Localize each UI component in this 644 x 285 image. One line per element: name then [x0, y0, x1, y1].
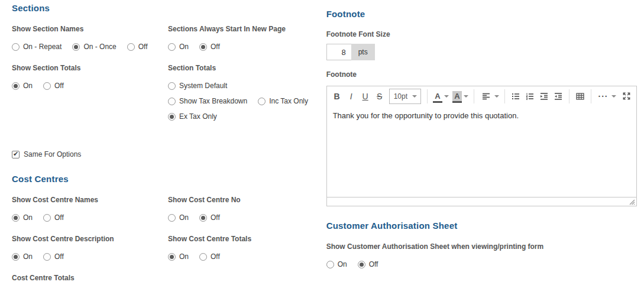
checkbox-label: Same For Options: [24, 150, 81, 158]
indent-icon[interactable]: [538, 89, 551, 103]
radio-selected-icon[interactable]: [168, 113, 176, 121]
radio-option-on-repeat[interactable]: On - Repeat: [12, 43, 62, 51]
radio-option-off[interactable]: Off: [43, 252, 64, 261]
radio-group-sections-always-new-page: OnOff: [168, 43, 325, 51]
bold-button[interactable]: B: [331, 89, 344, 103]
footnote-font-size-input[interactable]: [326, 44, 351, 60]
radio-option-off[interactable]: Off: [199, 213, 220, 222]
radio-icon[interactable]: [43, 82, 51, 90]
radio-icon[interactable]: [326, 261, 334, 268]
radio-icon[interactable]: [168, 43, 176, 51]
radio-option-label: On: [179, 213, 189, 222]
font-size-select[interactable]: 10pt: [389, 89, 421, 104]
cost-centres-grid: Show Cost Centre Names OnOff Show Cost C…: [12, 196, 325, 274]
radio-option-off[interactable]: Off: [199, 252, 220, 261]
font-size-value: 10pt: [394, 92, 407, 101]
more-icon: ···: [597, 89, 610, 103]
radio-group-show-cost-centre-description: OnOff: [12, 252, 166, 261]
radio-option-system-default[interactable]: System Default: [168, 82, 227, 90]
bullet-list-icon[interactable]: [509, 89, 522, 103]
radio-icon[interactable]: [199, 253, 207, 261]
radio-group-show-section-names: On - RepeatOn - OnceOff: [12, 43, 166, 51]
radio-option-label: Ex Tax Only: [179, 112, 217, 121]
field-label: Show Cost Centre No: [168, 196, 325, 204]
radio-selected-icon[interactable]: [12, 253, 20, 261]
radio-option-show-tax-breakdown[interactable]: Show Tax Breakdown: [168, 97, 247, 105]
background-color-button[interactable]: A: [451, 90, 470, 103]
numbered-list-icon[interactable]: [523, 89, 536, 103]
radio-option-off[interactable]: Off: [43, 82, 64, 90]
more-button[interactable]: ···: [596, 89, 617, 103]
check-icon: ✔: [13, 151, 18, 157]
chevron-down-icon: [464, 95, 468, 98]
sections-title: Sections: [12, 3, 325, 13]
radio-group-show-cost-centre-totals: OnOff: [168, 252, 325, 261]
field-show-cost-centre-totals: Show Cost Centre Totals OnOff: [168, 235, 325, 261]
footnote-title: Footnote: [326, 9, 637, 19]
radio-selected-icon[interactable]: [12, 82, 20, 90]
radio-option-label: On: [338, 260, 347, 268]
radio-option-off[interactable]: Off: [43, 213, 64, 222]
radio-option-ex-tax-only[interactable]: Ex Tax Only: [168, 112, 217, 121]
footnote-font-size-group: pts: [326, 44, 375, 60]
radio-icon[interactable]: [168, 214, 176, 222]
cost-centres-title: Cost Centres: [12, 174, 325, 184]
radio-option-inc-tax-only[interactable]: Inc Tax Only: [258, 97, 308, 105]
radio-option-off[interactable]: Off: [199, 43, 220, 51]
radio-selected-icon[interactable]: [358, 261, 365, 268]
outdent-icon[interactable]: [552, 89, 565, 103]
chevron-down-icon: [444, 95, 449, 98]
radio-icon[interactable]: [168, 98, 176, 105]
footnote-rich-text-editor: B I U S 10pt A A: [326, 86, 637, 206]
editor-content[interactable]: Thank you for the opportunity to provide…: [327, 106, 636, 197]
radio-option-on[interactable]: On: [168, 213, 189, 222]
background-color-icon: A: [452, 91, 462, 103]
radio-icon[interactable]: [12, 43, 20, 51]
footnote-font-size-unit: pts: [351, 44, 375, 60]
underline-button[interactable]: U: [359, 89, 372, 103]
resize-handle-icon[interactable]: [628, 198, 635, 205]
radio-selected-icon[interactable]: [12, 214, 20, 222]
radio-group-show-cost-centre-no: OnOff: [168, 213, 325, 222]
chevron-down-icon: [494, 95, 499, 98]
radio-option-on[interactable]: On: [12, 213, 33, 222]
field-label: Cost Centre Totals: [12, 274, 325, 282]
radio-icon[interactable]: [168, 82, 176, 90]
strikethrough-button[interactable]: S: [373, 89, 386, 103]
align-button[interactable]: [478, 89, 500, 103]
chevron-down-icon: [611, 95, 616, 98]
radio-option-off[interactable]: Off: [358, 260, 378, 268]
radio-option-label: On: [23, 252, 33, 261]
radio-option-on[interactable]: On: [12, 252, 33, 261]
radio-group-section-totals: System DefaultShow Tax BreakdownInc Tax …: [168, 82, 316, 121]
toolbar-divider: [569, 89, 569, 103]
radio-option-on[interactable]: On: [168, 43, 189, 51]
radio-option-on[interactable]: On: [168, 252, 189, 261]
field-label: Show Section Names: [12, 25, 166, 33]
radio-selected-icon[interactable]: [168, 253, 176, 261]
radio-group-show-customer-authorisation-sheet: OnOff: [326, 260, 637, 268]
text-color-button[interactable]: A: [432, 90, 450, 103]
field-label: Sections Always Start In New Page: [168, 25, 325, 33]
radio-option-on[interactable]: On: [12, 82, 33, 90]
radio-option-on[interactable]: On: [326, 260, 347, 268]
radio-selected-icon[interactable]: [199, 214, 207, 222]
radio-option-on-once[interactable]: On - Once: [72, 43, 116, 51]
field-section-totals: Section Totals System DefaultShow Tax Br…: [168, 64, 325, 121]
checkbox-icon[interactable]: ✔: [12, 151, 20, 158]
radio-icon[interactable]: [127, 43, 135, 51]
radio-icon[interactable]: [43, 214, 51, 222]
radio-icon[interactable]: [258, 98, 266, 105]
same-for-options-checkbox[interactable]: ✔ Same For Options: [12, 150, 81, 158]
radio-selected-icon[interactable]: [72, 43, 80, 51]
radio-selected-icon[interactable]: [199, 43, 207, 51]
field-label: Section Totals: [168, 64, 325, 72]
italic-button[interactable]: I: [345, 89, 358, 103]
radio-icon[interactable]: [43, 253, 51, 261]
fullscreen-icon[interactable]: [620, 89, 633, 103]
table-icon[interactable]: [574, 89, 587, 103]
chevron-down-icon: [412, 95, 417, 98]
sections-grid: Show Section Names On - RepeatOn - OnceO…: [12, 25, 325, 134]
radio-option-off[interactable]: Off: [127, 43, 148, 51]
radio-option-label: Off: [54, 82, 64, 90]
